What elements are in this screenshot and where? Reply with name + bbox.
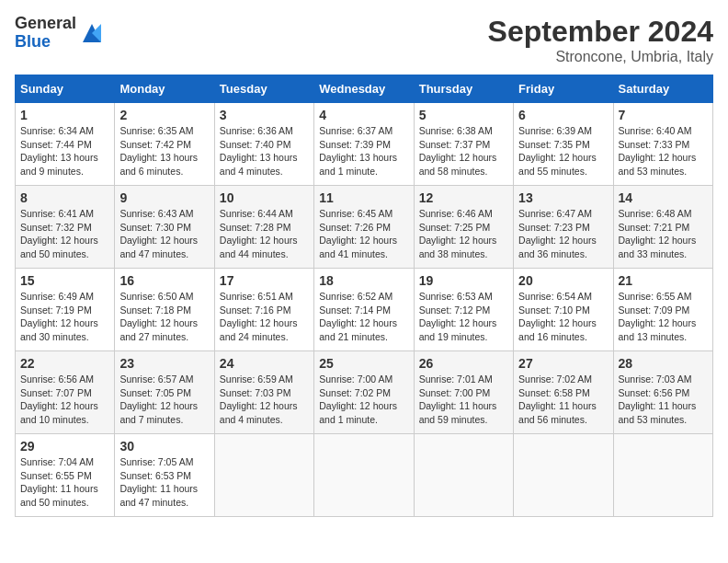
day-number: 14 bbox=[619, 190, 708, 205]
calendar-cell: 26Sunrise: 7:01 AM Sunset: 7:00 PM Dayli… bbox=[414, 351, 513, 434]
day-info: Sunrise: 6:45 AM Sunset: 7:26 PM Dayligh… bbox=[319, 207, 408, 261]
day-info: Sunrise: 6:39 AM Sunset: 7:35 PM Dayligh… bbox=[518, 124, 608, 178]
logo-icon bbox=[79, 20, 105, 46]
day-number: 25 bbox=[319, 356, 408, 371]
header-sunday: Sunday bbox=[16, 75, 115, 103]
week-row-3: 15Sunrise: 6:49 AM Sunset: 7:19 PM Dayli… bbox=[16, 269, 713, 351]
calendar-cell: 4Sunrise: 6:37 AM Sunset: 7:39 PM Daylig… bbox=[314, 103, 414, 186]
month-title: September 2024 bbox=[488, 15, 713, 49]
calendar-cell: 28Sunrise: 7:03 AM Sunset: 6:56 PM Dayli… bbox=[613, 351, 712, 434]
calendar-cell: 25Sunrise: 7:00 AM Sunset: 7:02 PM Dayli… bbox=[314, 351, 414, 434]
day-number: 7 bbox=[619, 108, 708, 122]
calendar-cell: 30Sunrise: 7:05 AM Sunset: 6:53 PM Dayli… bbox=[115, 434, 214, 517]
day-number: 16 bbox=[119, 273, 209, 288]
day-number: 1 bbox=[20, 108, 109, 122]
day-info: Sunrise: 6:44 AM Sunset: 7:28 PM Dayligh… bbox=[220, 207, 309, 261]
week-row-5: 29Sunrise: 7:04 AM Sunset: 6:55 PM Dayli… bbox=[16, 434, 713, 517]
calendar-cell: 11Sunrise: 6:45 AM Sunset: 7:26 PM Dayli… bbox=[314, 186, 414, 269]
day-number: 9 bbox=[119, 190, 209, 205]
day-number: 11 bbox=[319, 190, 408, 205]
day-number: 4 bbox=[319, 108, 408, 122]
week-row-2: 8Sunrise: 6:41 AM Sunset: 7:32 PM Daylig… bbox=[16, 186, 713, 269]
day-number: 27 bbox=[518, 356, 608, 371]
day-info: Sunrise: 6:38 AM Sunset: 7:37 PM Dayligh… bbox=[419, 124, 508, 178]
day-info: Sunrise: 7:05 AM Sunset: 6:53 PM Dayligh… bbox=[119, 455, 209, 510]
day-number: 26 bbox=[419, 356, 508, 371]
calendar-cell: 20Sunrise: 6:54 AM Sunset: 7:10 PM Dayli… bbox=[514, 269, 613, 351]
day-number: 8 bbox=[20, 190, 109, 205]
calendar-cell: 17Sunrise: 6:51 AM Sunset: 7:16 PM Dayli… bbox=[214, 269, 313, 351]
day-info: Sunrise: 6:43 AM Sunset: 7:30 PM Dayligh… bbox=[119, 207, 209, 261]
day-info: Sunrise: 6:37 AM Sunset: 7:39 PM Dayligh… bbox=[319, 124, 408, 178]
calendar-cell bbox=[314, 434, 414, 517]
calendar-body: 1Sunrise: 6:34 AM Sunset: 7:44 PM Daylig… bbox=[16, 103, 713, 517]
day-info: Sunrise: 6:40 AM Sunset: 7:33 PM Dayligh… bbox=[619, 124, 708, 178]
day-number: 21 bbox=[619, 273, 708, 288]
day-info: Sunrise: 6:36 AM Sunset: 7:40 PM Dayligh… bbox=[220, 124, 309, 178]
day-number: 6 bbox=[518, 108, 608, 122]
calendar-cell: 23Sunrise: 6:57 AM Sunset: 7:05 PM Dayli… bbox=[115, 351, 214, 434]
day-number: 12 bbox=[419, 190, 508, 205]
calendar-cell: 29Sunrise: 7:04 AM Sunset: 6:55 PM Dayli… bbox=[16, 434, 115, 517]
calendar-cell: 22Sunrise: 6:56 AM Sunset: 7:07 PM Dayli… bbox=[16, 351, 115, 434]
day-info: Sunrise: 7:04 AM Sunset: 6:55 PM Dayligh… bbox=[20, 455, 109, 510]
header-row: SundayMondayTuesdayWednesdayThursdayFrid… bbox=[16, 75, 713, 103]
header-saturday: Saturday bbox=[613, 75, 712, 103]
day-number: 24 bbox=[220, 356, 309, 371]
calendar-cell: 2Sunrise: 6:35 AM Sunset: 7:42 PM Daylig… bbox=[115, 103, 214, 186]
day-info: Sunrise: 6:46 AM Sunset: 7:25 PM Dayligh… bbox=[419, 207, 508, 261]
day-number: 13 bbox=[518, 190, 608, 205]
day-info: Sunrise: 6:54 AM Sunset: 7:10 PM Dayligh… bbox=[518, 290, 608, 344]
calendar-cell: 13Sunrise: 6:47 AM Sunset: 7:23 PM Dayli… bbox=[514, 186, 613, 269]
day-info: Sunrise: 6:53 AM Sunset: 7:12 PM Dayligh… bbox=[419, 290, 508, 344]
day-info: Sunrise: 6:41 AM Sunset: 7:32 PM Dayligh… bbox=[20, 207, 109, 261]
header-thursday: Thursday bbox=[414, 75, 513, 103]
day-info: Sunrise: 6:49 AM Sunset: 7:19 PM Dayligh… bbox=[20, 290, 109, 344]
day-info: Sunrise: 6:35 AM Sunset: 7:42 PM Dayligh… bbox=[119, 124, 209, 178]
day-number: 17 bbox=[220, 273, 309, 288]
header: General Blue September 2024 Stroncone, U… bbox=[15, 15, 713, 65]
calendar-cell: 21Sunrise: 6:55 AM Sunset: 7:09 PM Dayli… bbox=[613, 269, 712, 351]
calendar-cell bbox=[613, 434, 712, 517]
day-number: 29 bbox=[20, 439, 109, 454]
header-friday: Friday bbox=[514, 75, 613, 103]
day-info: Sunrise: 7:00 AM Sunset: 7:02 PM Dayligh… bbox=[319, 373, 408, 427]
day-number: 19 bbox=[419, 273, 508, 288]
calendar-header: SundayMondayTuesdayWednesdayThursdayFrid… bbox=[16, 75, 713, 103]
calendar-cell: 18Sunrise: 6:52 AM Sunset: 7:14 PM Dayli… bbox=[314, 269, 414, 351]
day-info: Sunrise: 6:59 AM Sunset: 7:03 PM Dayligh… bbox=[220, 373, 309, 427]
logo-blue-text: Blue bbox=[15, 33, 76, 52]
day-number: 30 bbox=[119, 439, 209, 454]
calendar-cell: 5Sunrise: 6:38 AM Sunset: 7:37 PM Daylig… bbox=[414, 103, 513, 186]
calendar-cell: 9Sunrise: 6:43 AM Sunset: 7:30 PM Daylig… bbox=[115, 186, 214, 269]
calendar-cell: 19Sunrise: 6:53 AM Sunset: 7:12 PM Dayli… bbox=[414, 269, 513, 351]
logo: General Blue bbox=[15, 15, 105, 52]
calendar-cell: 27Sunrise: 7:02 AM Sunset: 6:58 PM Dayli… bbox=[514, 351, 613, 434]
day-info: Sunrise: 6:47 AM Sunset: 7:23 PM Dayligh… bbox=[518, 207, 608, 261]
day-number: 2 bbox=[119, 108, 209, 122]
calendar-cell bbox=[214, 434, 313, 517]
week-row-4: 22Sunrise: 6:56 AM Sunset: 7:07 PM Dayli… bbox=[16, 351, 713, 434]
day-info: Sunrise: 6:52 AM Sunset: 7:14 PM Dayligh… bbox=[319, 290, 408, 344]
day-info: Sunrise: 7:01 AM Sunset: 7:00 PM Dayligh… bbox=[419, 373, 508, 427]
calendar-cell: 6Sunrise: 6:39 AM Sunset: 7:35 PM Daylig… bbox=[514, 103, 613, 186]
header-wednesday: Wednesday bbox=[314, 75, 414, 103]
day-number: 28 bbox=[619, 356, 708, 371]
day-info: Sunrise: 7:02 AM Sunset: 6:58 PM Dayligh… bbox=[518, 373, 608, 427]
week-row-1: 1Sunrise: 6:34 AM Sunset: 7:44 PM Daylig… bbox=[16, 103, 713, 186]
calendar-cell: 7Sunrise: 6:40 AM Sunset: 7:33 PM Daylig… bbox=[613, 103, 712, 186]
day-info: Sunrise: 6:50 AM Sunset: 7:18 PM Dayligh… bbox=[119, 290, 209, 344]
day-number: 22 bbox=[20, 356, 109, 371]
day-info: Sunrise: 6:56 AM Sunset: 7:07 PM Dayligh… bbox=[20, 373, 109, 427]
day-number: 15 bbox=[20, 273, 109, 288]
calendar-cell: 24Sunrise: 6:59 AM Sunset: 7:03 PM Dayli… bbox=[214, 351, 313, 434]
day-number: 18 bbox=[319, 273, 408, 288]
calendar-cell: 15Sunrise: 6:49 AM Sunset: 7:19 PM Dayli… bbox=[16, 269, 115, 351]
calendar-table: SundayMondayTuesdayWednesdayThursdayFrid… bbox=[15, 75, 713, 517]
calendar-cell: 3Sunrise: 6:36 AM Sunset: 7:40 PM Daylig… bbox=[214, 103, 313, 186]
header-tuesday: Tuesday bbox=[214, 75, 313, 103]
calendar-cell: 12Sunrise: 6:46 AM Sunset: 7:25 PM Dayli… bbox=[414, 186, 513, 269]
day-number: 20 bbox=[518, 273, 608, 288]
day-info: Sunrise: 6:34 AM Sunset: 7:44 PM Dayligh… bbox=[20, 124, 109, 178]
calendar-cell: 1Sunrise: 6:34 AM Sunset: 7:44 PM Daylig… bbox=[16, 103, 115, 186]
